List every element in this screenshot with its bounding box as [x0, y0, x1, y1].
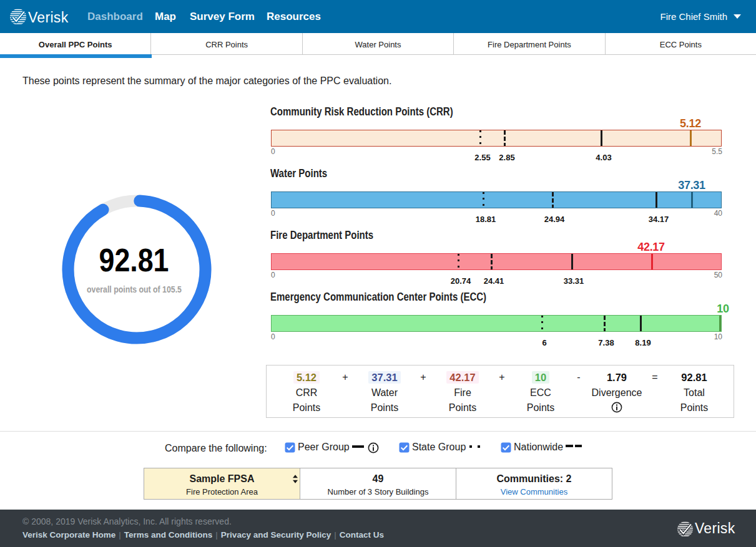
svg-text:overall points out of 105.5: overall points out of 105.5 — [87, 284, 182, 294]
svg-text:92.81: 92.81 — [99, 243, 169, 278]
